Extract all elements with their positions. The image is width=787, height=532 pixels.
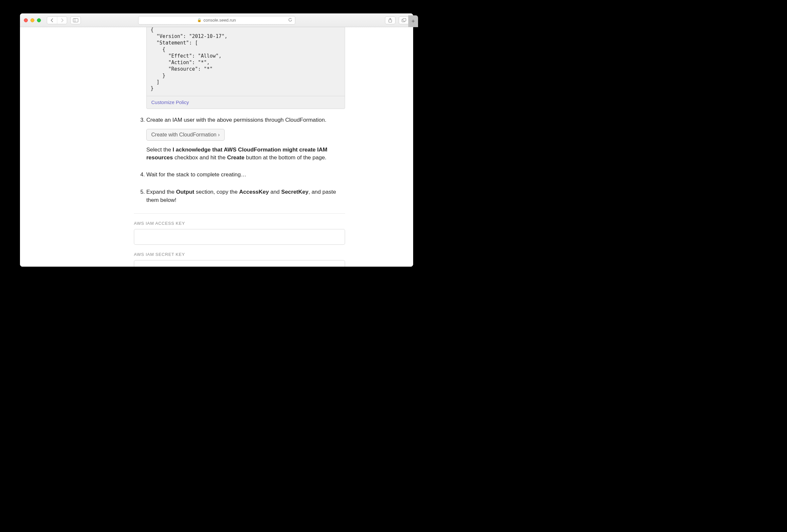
step-3-paragraph: Select the I acknowledge that AWS CloudF… [146,146,345,162]
code-footer: Customize Policy [146,96,345,109]
step-5-text: Expand the Output section, copy the Acce… [146,189,336,203]
tabs-button[interactable] [399,16,409,24]
step-4: Wait for the stack to complete creating… [146,171,345,179]
step-3-text: Create an IAM user with the above permis… [146,117,326,123]
close-window-button[interactable] [24,18,28,22]
step-5: Expand the Output section, copy the Acce… [146,188,345,204]
sidebar-toggle-button[interactable] [70,16,81,24]
step-4-text: Wait for the stack to complete creating… [146,172,247,178]
step-3: Create an IAM user with the above permis… [146,116,345,162]
forward-button[interactable] [57,17,67,24]
plus-icon: + [411,18,415,25]
secret-key-label: AWS IAM SECRET KEY [134,252,345,257]
traffic-lights [24,18,41,22]
customize-policy-link[interactable]: Customize Policy [151,99,189,105]
back-button[interactable] [47,17,57,24]
reload-button[interactable] [288,18,292,23]
browser-window: 🔒 console.seed.run { "Version": "2012-10… [20,14,413,267]
create-with-cloudformation-button[interactable]: Create with CloudFormation › [146,129,225,141]
svg-rect-0 [73,18,78,22]
instruction-steps: Create an IAM user with the above permis… [146,116,345,204]
new-tab-button[interactable]: + [408,15,418,27]
divider [134,213,345,214]
nav-group [47,16,67,24]
access-key-input[interactable] [134,229,345,245]
secret-key-field-group: AWS IAM SECRET KEY [134,252,345,267]
title-bar: 🔒 console.seed.run [20,14,413,27]
page-content: { "Version": "2012-10-17", "Statement": … [20,27,413,267]
minimize-window-button[interactable] [30,18,35,22]
right-controls [385,16,409,24]
access-key-label: AWS IAM ACCESS KEY [134,221,345,226]
access-key-field-group: AWS IAM ACCESS KEY [134,221,345,245]
svg-rect-4 [403,18,406,21]
lock-icon: 🔒 [197,18,202,22]
maximize-window-button[interactable] [37,18,41,22]
url-bar[interactable]: 🔒 console.seed.run [138,16,295,25]
iam-policy-code: { "Version": "2012-10-17", "Statement": … [146,27,345,96]
url-text: console.seed.run [203,18,236,23]
share-button[interactable] [385,16,396,24]
secret-key-input[interactable] [134,260,345,267]
